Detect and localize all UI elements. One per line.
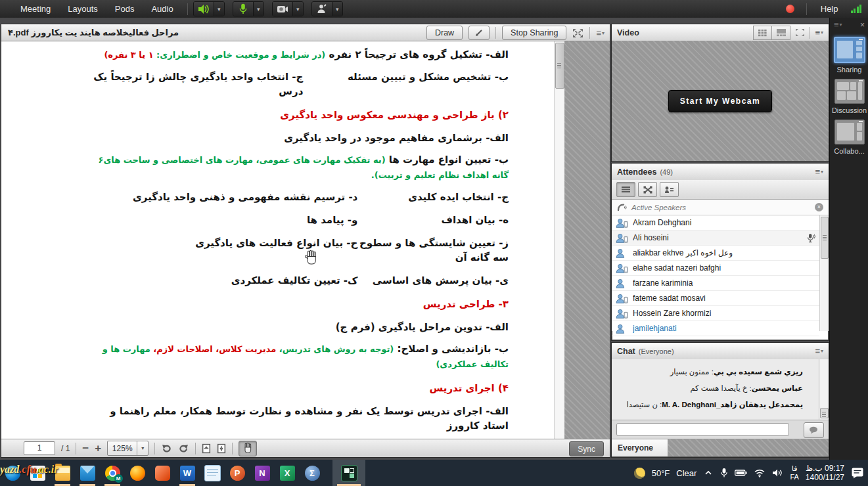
taskbar-mail[interactable] xyxy=(75,460,100,486)
person-phone-icon xyxy=(616,263,628,273)
layout-collaboration-thumbnail[interactable] xyxy=(834,120,865,144)
sync-button[interactable]: Sync xyxy=(569,441,604,456)
fit-page-icon[interactable] xyxy=(202,443,211,454)
webcam-dropdown[interactable]: ▾ xyxy=(292,2,303,16)
document-viewport[interactable]: الف- تشکیل گروه های ترجیحاً ۲ نفره (در ش… xyxy=(1,41,610,439)
fullscreen-icon[interactable] xyxy=(572,28,583,38)
undo-icon[interactable] xyxy=(161,443,172,453)
pod-menu-button[interactable]: ≡ ▾ xyxy=(815,167,823,177)
layouts-close-icon[interactable]: × xyxy=(860,20,865,30)
microphone-button[interactable] xyxy=(233,2,253,16)
pod-menu-button[interactable]: ≡ ▾ xyxy=(815,346,823,356)
toolbar-divider xyxy=(195,443,196,454)
taskbar-chrome[interactable]: M xyxy=(100,460,125,486)
attendee-row[interactable]: fateme sadat mosavi xyxy=(612,291,819,306)
scrollbar-thumb[interactable] xyxy=(820,408,829,418)
pod-menu-icon: ≡ xyxy=(815,346,820,356)
attendee-row[interactable]: jamilehjanati xyxy=(612,321,819,336)
person-phone-icon xyxy=(616,233,628,243)
attendee-row[interactable]: Hossein Zare khormizi xyxy=(612,306,819,321)
redo-icon[interactable] xyxy=(178,443,189,453)
taskbar-notepad[interactable] xyxy=(200,460,225,486)
taskbar-word[interactable]: W xyxy=(175,460,200,486)
layouts-menu-button[interactable]: ≡ ▾ xyxy=(834,20,842,30)
menu-layouts[interactable]: Layouts xyxy=(59,4,106,14)
attendee-row[interactable]: Ali hoseini xyxy=(612,231,819,246)
doc-heading: ۳- طراحی تدریس xyxy=(89,297,509,311)
menu-help[interactable]: Help xyxy=(812,4,847,14)
taskbar-powerpoint[interactable]: P xyxy=(225,460,250,486)
taskbar-adobe-connect[interactable] xyxy=(332,460,365,486)
taskbar-excel[interactable]: X xyxy=(275,460,300,486)
speaker-button[interactable] xyxy=(194,2,214,16)
chat-scrollbar[interactable] xyxy=(819,359,829,420)
menubar-divider xyxy=(187,3,188,15)
document-gutter xyxy=(564,41,610,439)
attendee-name: Ali hoseini xyxy=(633,233,802,242)
page-number-input[interactable]: 1 xyxy=(24,441,55,455)
menu-meeting[interactable]: Meeting xyxy=(12,4,59,14)
document-scrollbar[interactable] xyxy=(554,41,564,439)
weather-moon-icon[interactable] xyxy=(634,468,645,479)
share-pod: ۴.pdf مراحل فعالیخلاصه هایند یت یکارورز … xyxy=(1,24,610,458)
hand-tool-button[interactable] xyxy=(239,441,257,456)
speaker-dropdown[interactable]: ▾ xyxy=(214,2,224,16)
layout-sharing[interactable]: Sharing xyxy=(830,37,868,74)
attendee-status-view-button[interactable] xyxy=(660,182,679,197)
grid-view-button[interactable] xyxy=(753,26,772,40)
pod-menu-button[interactable]: ≡ ▾ xyxy=(815,28,823,37)
chat-input[interactable] xyxy=(616,423,789,436)
tray-wifi-icon[interactable] xyxy=(754,469,765,477)
zoom-in-button[interactable]: + xyxy=(95,443,101,454)
start-webcam-button[interactable]: Start My Webcam xyxy=(668,90,772,112)
stop-sharing-button[interactable]: Stop Sharing xyxy=(502,26,566,40)
action-center-icon[interactable] xyxy=(851,467,864,479)
tab-everyone[interactable]: Everyone xyxy=(612,439,668,456)
tray-volume-icon[interactable] xyxy=(772,468,783,477)
menu-audio[interactable]: Audio xyxy=(143,4,181,14)
attendee-row[interactable]: Akram Dehghani xyxy=(612,215,819,231)
taskbar-spss[interactable]: Σ xyxy=(300,460,325,486)
pod-menu-icon: ≡ xyxy=(815,28,820,37)
layout-sharing-thumbnail[interactable] xyxy=(834,37,865,63)
send-message-button[interactable] xyxy=(804,422,824,438)
close-icon[interactable]: × xyxy=(815,203,823,211)
attendees-scrollbar[interactable] xyxy=(819,215,829,331)
layout-discussion-thumbnail[interactable] xyxy=(834,79,865,104)
pod-menu-button[interactable]: ≡ ▾ xyxy=(596,28,605,38)
microphone-dropdown[interactable]: ▾ xyxy=(253,2,263,16)
attendee-row[interactable]: aliakbar ekhve وعل اخوه اکبر xyxy=(612,246,819,261)
status-dropdown[interactable]: ▾ xyxy=(332,2,342,16)
scrollbar-thumb[interactable] xyxy=(555,43,564,89)
layout-collaboration[interactable]: Collabo... xyxy=(830,120,868,155)
language-indicator[interactable]: فا FA xyxy=(790,464,798,481)
attendee-row[interactable]: farzane kariminia xyxy=(612,276,819,291)
raise-hand-button[interactable] xyxy=(312,2,332,16)
tray-chevron-up-icon[interactable] xyxy=(703,469,714,477)
pointer-tool-button[interactable] xyxy=(468,26,490,40)
attendee-list-view-button[interactable] xyxy=(616,182,635,197)
speaker-control: ▾ xyxy=(193,1,225,16)
attendee-row[interactable]: elahe sadat nazeri bafghi xyxy=(612,261,819,276)
filmstrip-view-button[interactable] xyxy=(772,26,790,40)
taskbar-firefox[interactable] xyxy=(125,460,150,486)
draw-button[interactable]: Draw xyxy=(426,26,463,40)
attendee-name: Akram Dehghani xyxy=(633,218,815,227)
taskbar-clock[interactable]: 09:17 ب.ظ 1400/11/27 xyxy=(806,464,844,482)
zoom-level-select[interactable]: 125% ▾ xyxy=(107,441,148,456)
fit-width-icon[interactable] xyxy=(217,443,226,454)
scrollbar-thumb[interactable] xyxy=(821,217,829,259)
menu-pods[interactable]: Pods xyxy=(106,4,143,14)
fullscreen-icon[interactable] xyxy=(795,28,805,37)
adobe-connect-icon xyxy=(341,465,357,481)
layout-discussion[interactable]: Discussion xyxy=(830,79,868,114)
taskbar-onenote[interactable]: N xyxy=(250,460,275,486)
tray-battery-icon[interactable] xyxy=(735,469,747,477)
webcam-button[interactable] xyxy=(273,2,292,16)
weather-temp[interactable]: 50°F xyxy=(652,468,670,478)
tray-microphone-icon[interactable] xyxy=(720,468,728,478)
taskbar-office[interactable] xyxy=(150,460,175,486)
zoom-out-button[interactable]: − xyxy=(82,443,89,454)
breakout-view-button[interactable] xyxy=(638,182,657,197)
weather-condition[interactable]: Clear xyxy=(676,468,697,478)
